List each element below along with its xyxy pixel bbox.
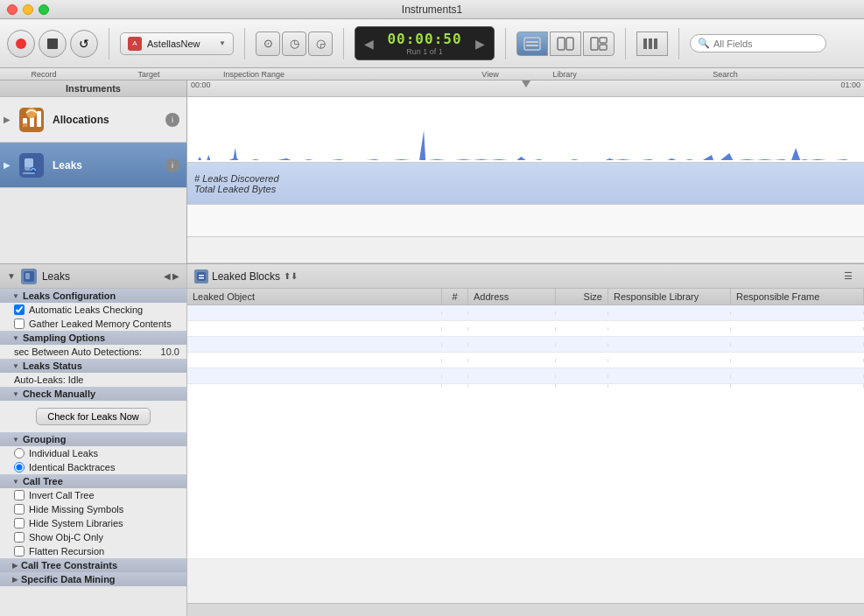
ir-button-1[interactable]: ⊙ <box>256 32 280 56</box>
view-button-2[interactable] <box>550 32 581 56</box>
show-objc-label: Show Obj-C Only <box>29 532 179 542</box>
svg-rect-26 <box>199 275 204 276</box>
check-leaks-now-button[interactable]: Check for Leaks Now <box>36 408 151 425</box>
sampling-options-header[interactable]: ▼ Sampling Options <box>0 331 186 345</box>
automatic-leaks-checkbox[interactable] <box>14 304 25 315</box>
table-cell <box>468 374 556 378</box>
specific-data-mining-title: Specific Data Mining <box>21 574 116 584</box>
horizontal-scrollbar[interactable] <box>187 603 864 616</box>
grouping-header[interactable]: ▼ Grouping <box>0 432 186 446</box>
record-label: Record <box>0 68 88 80</box>
auto-leaks-status-item: Auto-Leaks: Idle <box>0 373 186 387</box>
selector-next-arrow[interactable]: ▶ <box>172 271 179 281</box>
call-tree-constraints-header[interactable]: ▶ Call Tree Constraints <box>0 558 186 572</box>
data-table[interactable]: Leaked Object # Address Size Responsible… <box>187 289 864 603</box>
svg-rect-14 <box>37 111 41 127</box>
window-title: Instruments1 <box>402 4 462 16</box>
table-row[interactable] <box>187 337 864 353</box>
data-menu-button[interactable]: ☰ <box>839 268 857 285</box>
target-dropdown-arrow: ▼ <box>219 39 226 47</box>
selector-nav-arrows[interactable]: ◀ ▶ <box>164 271 179 281</box>
leaks-name: Leaks <box>53 159 165 172</box>
show-objc-checkbox[interactable] <box>14 532 25 542</box>
table-cell <box>468 327 556 331</box>
leaks-config-header[interactable]: ▼ Leaks Configuration <box>0 289 186 303</box>
instrument-row-allocations[interactable]: ▶ Allocations i <box>0 97 186 143</box>
table-cell <box>187 359 442 362</box>
leaks-info-button[interactable]: i <box>165 158 179 172</box>
instrument-row-leaks[interactable]: ▶ Leaks i <box>0 143 186 188</box>
view-button-1[interactable] <box>516 32 548 56</box>
col-label-responsible-library: Responsible Library <box>614 291 699 302</box>
table-row[interactable] <box>187 384 864 559</box>
auto-leaks-status-label: Auto-Leaks: Idle <box>14 374 179 385</box>
leaks-config-title: Leaks Configuration <box>23 290 116 301</box>
col-header-address: Address <box>468 289 556 304</box>
table-row[interactable] <box>187 353 864 368</box>
flatten-recursion-checkbox[interactable] <box>14 546 25 556</box>
selector-triangle[interactable]: ▼ <box>7 271 16 281</box>
table-row[interactable] <box>187 368 864 384</box>
leaks-expand-arrow[interactable]: ▶ <box>4 160 14 170</box>
table-cell <box>187 327 442 331</box>
data-nav-arrows[interactable]: ⬆⬇ <box>284 271 298 281</box>
table-cell <box>468 359 556 362</box>
invert-call-tree-checkbox[interactable] <box>14 490 25 500</box>
svg-rect-25 <box>197 272 206 281</box>
maximize-button[interactable] <box>39 4 49 15</box>
traffic-lights <box>7 4 49 15</box>
identical-backtraces-radio[interactable] <box>14 462 25 472</box>
table-cell <box>442 312 468 315</box>
svg-rect-24 <box>25 273 30 279</box>
check-manually-header[interactable]: ▼ Check Manually <box>0 387 186 401</box>
call-tree-title: Call Tree <box>23 476 63 486</box>
timer-section-spacer <box>298 68 438 80</box>
sampling-triangle: ▼ <box>12 334 19 342</box>
invert-call-tree-label: Invert Call Tree <box>29 490 179 500</box>
timer-next-button[interactable]: ▶ <box>475 37 485 51</box>
invert-call-tree-item: Invert Call Tree <box>0 488 186 502</box>
specific-data-mining-header[interactable]: ▶ Specific Data Mining <box>0 572 186 586</box>
table-row[interactable] <box>187 321 864 337</box>
automatic-leaks-item: Automatic Leaks Checking <box>0 303 186 317</box>
instrument-selector[interactable]: ▼ Leaks ◀ ▶ <box>0 264 186 289</box>
record-button[interactable] <box>7 30 35 58</box>
timer-prev-button[interactable]: ◀ <box>364 37 374 51</box>
hide-system-libraries-label: Hide System Libraries <box>29 518 179 528</box>
hide-missing-symbols-checkbox[interactable] <box>14 504 25 514</box>
allocations-info-button[interactable]: i <box>165 113 179 127</box>
svg-point-16 <box>26 108 37 118</box>
call-tree-header[interactable]: ▼ Call Tree <box>0 474 186 488</box>
library-label: Library <box>543 68 587 80</box>
selector-prev-arrow[interactable]: ◀ <box>164 271 171 281</box>
table-cell <box>442 384 468 388</box>
library-button[interactable] <box>636 32 668 56</box>
sec-between-item: sec Between Auto Detections: 10.0 <box>0 345 186 359</box>
target-selector[interactable]: A AstellasNew ▼ <box>120 32 234 55</box>
table-cell <box>187 374 442 378</box>
call-tree-constraints-title: Call Tree Constraints <box>21 560 117 570</box>
ir-button-2[interactable]: ◷ <box>282 32 306 56</box>
leaks-status-header[interactable]: ▼ Leaks Status <box>0 359 186 373</box>
toolbar: ↺ A AstellasNew ▼ ⊙ ◷ ◶ ◀ <box>0 19 864 68</box>
ir-button-3[interactable]: ◶ <box>308 32 333 56</box>
target-icon: A <box>128 37 142 51</box>
view-button-3[interactable] <box>583 32 615 56</box>
search-input[interactable] <box>713 38 818 49</box>
allocations-expand-arrow[interactable]: ▶ <box>4 115 14 124</box>
status-triangle: ▼ <box>12 362 19 370</box>
table-cell <box>556 343 608 346</box>
individual-leaks-radio[interactable] <box>14 448 25 458</box>
call-tree-triangle: ▼ <box>12 478 19 486</box>
search-bar[interactable]: 🔍 <box>690 34 826 52</box>
stop-button[interactable] <box>39 30 67 58</box>
gather-leaks-checkbox[interactable] <box>14 318 25 329</box>
close-button[interactable] <box>7 4 18 15</box>
minimize-button[interactable] <box>23 4 33 15</box>
hide-system-libraries-checkbox[interactable] <box>14 518 25 528</box>
timeline-start-label: 00:00 <box>191 80 211 89</box>
table-row[interactable] <box>187 305 864 321</box>
allocations-name: Allocations <box>53 114 165 126</box>
refresh-button[interactable]: ↺ <box>70 30 98 58</box>
instruments-panel: Instruments ▶ Allocations i <box>0 80 187 263</box>
